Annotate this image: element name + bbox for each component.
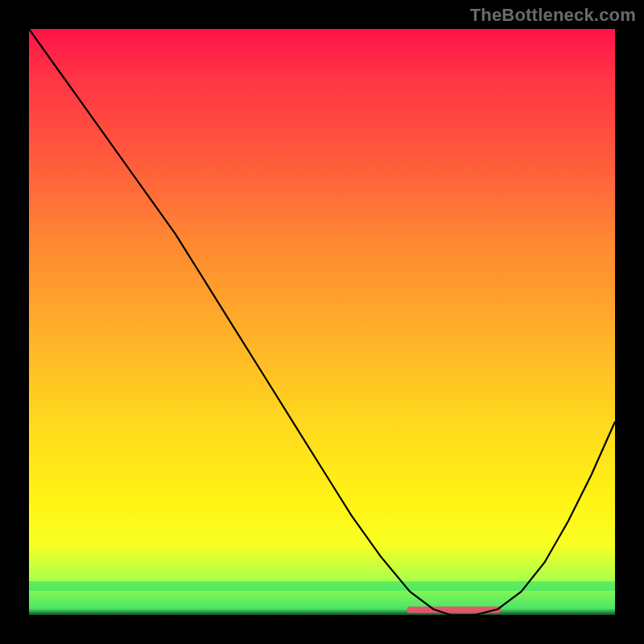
plot-area xyxy=(29,29,615,615)
chart-stage: TheBottleneck.com xyxy=(0,0,644,644)
curve-svg xyxy=(29,29,615,615)
bottleneck-curve-line xyxy=(29,29,615,615)
watermark-text: TheBottleneck.com xyxy=(470,5,636,26)
